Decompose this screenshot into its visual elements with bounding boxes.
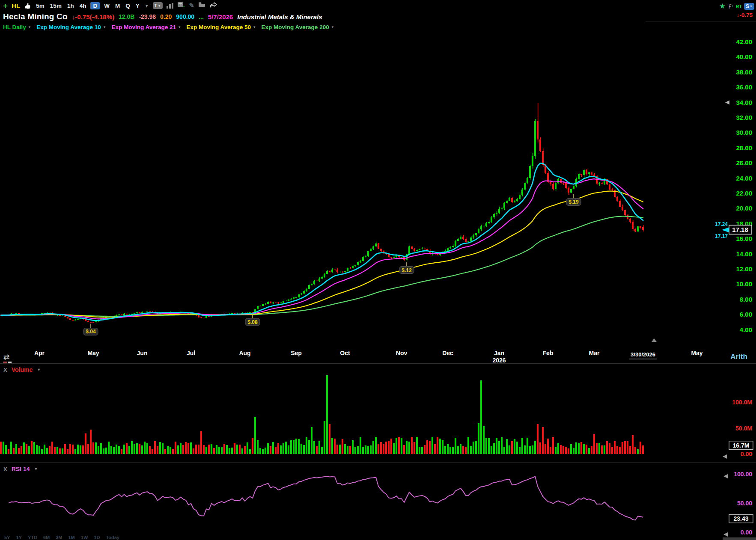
volume-bar	[434, 444, 436, 454]
volume-bar	[570, 444, 572, 454]
dividend-marker[interactable]: $.04	[83, 323, 98, 335]
candle-body	[483, 226, 485, 226]
candle-body	[539, 139, 541, 151]
volume-caret-icon[interactable]: ▼	[37, 368, 41, 372]
range-3m[interactable]: 3M	[56, 535, 62, 540]
volume-bar	[164, 449, 166, 454]
volume-panel-title[interactable]: Volume	[12, 366, 33, 373]
candle-body	[496, 213, 497, 214]
candle-body	[488, 222, 490, 223]
volume-bar	[583, 444, 585, 454]
dividend-marker[interactable]: $.19	[566, 194, 581, 205]
panel-separator	[0, 462, 756, 463]
volume-bar	[270, 446, 271, 454]
price-tick-label: 30.00	[736, 129, 752, 136]
volume-bar	[103, 448, 104, 454]
candle-body	[339, 272, 341, 272]
rsi-panel-title[interactable]: RSI 14	[12, 466, 30, 472]
volume-bar	[0, 442, 2, 454]
volume-bar	[390, 439, 392, 454]
candle-body	[629, 219, 631, 222]
volume-bar	[69, 444, 71, 454]
volume-bar	[342, 439, 343, 454]
candle-body	[570, 189, 572, 193]
candle-body	[116, 315, 117, 316]
candle-body	[306, 289, 307, 291]
candle-body	[616, 197, 618, 200]
candle-body	[640, 226, 641, 227]
range-1m[interactable]: 1M	[68, 535, 75, 540]
range-ytd[interactable]: YTD	[28, 535, 37, 540]
volume-bar	[288, 445, 289, 454]
pan-arrows-icon[interactable]: ⇄	[3, 353, 9, 361]
scale-type-label[interactable]: Arith	[730, 353, 747, 361]
volume-bar	[95, 442, 97, 454]
volume-close-button[interactable]: X	[3, 367, 7, 373]
candle-body	[408, 246, 410, 255]
range-1y[interactable]: 1Y	[16, 535, 21, 540]
volume-bar	[33, 442, 35, 454]
volume-bar	[110, 446, 112, 454]
volume-bar	[21, 446, 22, 454]
volume-bar	[8, 449, 9, 454]
volume-bar	[637, 449, 639, 454]
volume-bar	[516, 442, 518, 454]
volume-bar	[596, 443, 598, 454]
candle-body	[609, 184, 610, 190]
current-volume-label: 16.7M	[733, 442, 750, 449]
candle-body	[336, 270, 338, 272]
last-price-label: 17.18	[732, 226, 748, 233]
volume-bar	[370, 445, 372, 454]
volume-bar	[385, 442, 387, 454]
rsi-tick-label: 0.00	[741, 529, 752, 536]
candle-body	[573, 186, 574, 189]
candle-body	[370, 249, 372, 251]
range-1d[interactable]: 1D	[94, 535, 100, 540]
current-date-button[interactable]: 3/30/2026	[631, 351, 655, 358]
scrollbar-stub[interactable]	[723, 537, 756, 540]
candle-body	[598, 183, 600, 184]
candle-body	[311, 284, 313, 285]
volume-bar	[624, 441, 626, 454]
volume-bar	[90, 430, 92, 454]
candle-body	[72, 320, 74, 320]
candle-body	[565, 183, 567, 188]
x-axis-month-label: Apr	[34, 350, 45, 356]
candle-body	[365, 256, 366, 257]
volume-tick-label: 100.0M	[732, 399, 752, 406]
axis-up-triangle-icon[interactable]	[652, 338, 657, 342]
volume-bar	[23, 442, 25, 454]
candle-body	[509, 198, 510, 201]
volume-bar	[470, 446, 472, 454]
candle-body	[424, 249, 426, 249]
candle-body	[524, 183, 526, 190]
rsi-bound-arrow	[723, 474, 728, 478]
volume-bar	[467, 437, 469, 454]
volume-bar	[254, 417, 256, 454]
rsi-caret-icon[interactable]: ▼	[34, 467, 38, 471]
dividend-marker[interactable]: $.08	[245, 314, 260, 326]
volume-bar	[578, 443, 580, 454]
volume-bar	[503, 447, 505, 454]
candle-body	[313, 281, 315, 284]
price-tick-label: 40.00	[736, 53, 752, 60]
candle-body	[437, 254, 438, 255]
rsi-close-button[interactable]: X	[3, 466, 7, 472]
volume-bar	[452, 447, 454, 454]
dividend-marker[interactable]: $.12	[399, 262, 414, 274]
volume-bar	[128, 446, 130, 454]
volume-bar	[457, 446, 459, 454]
range-6m[interactable]: 6M	[43, 535, 50, 540]
range-today[interactable]: Today	[106, 535, 119, 540]
range-1w[interactable]: 1W	[81, 535, 88, 540]
candle-body	[87, 321, 89, 322]
volume-bar	[198, 445, 199, 454]
volume-tick-label: 50.0M	[735, 425, 752, 432]
high-price-arrow	[725, 101, 729, 105]
candle-body	[77, 319, 79, 320]
range-5y[interactable]: 5Y	[4, 535, 10, 540]
volume-bar	[424, 445, 426, 454]
chart-canvas[interactable]: 42.0040.0038.0036.0034.0032.0030.0028.00…	[0, 0, 756, 540]
candle-body	[601, 183, 603, 184]
x-axis-month-label: Dec	[442, 350, 453, 356]
